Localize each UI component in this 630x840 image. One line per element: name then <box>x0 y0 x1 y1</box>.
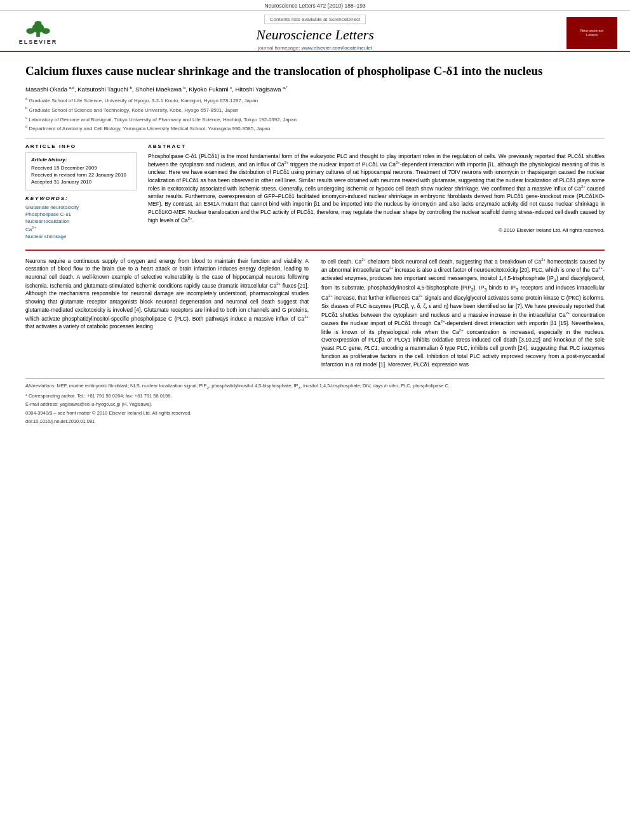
affiliation-c: c Laboratory of Genome and Biosignal, To… <box>25 115 605 124</box>
journal-citation-bar: Neuroscience Letters 472 (2010) 188–193 <box>0 0 630 11</box>
svg-point-3 <box>42 28 50 34</box>
copyright-notice: © 2010 Elsevier Ireland Ltd. All rights … <box>148 227 605 234</box>
authors-text: Masashi Okada a,d, Katsutoshi Taguchi b,… <box>25 86 287 93</box>
svg-point-4 <box>34 21 41 25</box>
info-abstract-section: ARTICLE INFO Article history: Received 1… <box>25 143 605 241</box>
homepage-link[interactable]: www.elsevier.com/locate/neulet <box>302 45 372 51</box>
footnote-area: Abbreviations: MEF, murine embryonic fib… <box>25 378 605 425</box>
accepted-date: Accepted 31 January 2010 <box>31 179 131 185</box>
abbreviations-footnote: Abbreviations: MEF, murine embryonic fib… <box>25 383 605 390</box>
svg-point-2 <box>26 28 34 34</box>
article-title: Calcium fluxes cause nuclear shrinkage a… <box>25 63 605 79</box>
article-info-box: Article history: Received 15 December 20… <box>25 152 137 190</box>
affiliation-d: d Department of Anatomy and Cell Biology… <box>25 124 605 133</box>
main-content: Calcium fluxes cause nuclear shrinkage a… <box>0 52 630 433</box>
keyword-2: Phospholipase C-δ1 <box>25 211 137 217</box>
keywords-box: Keywords: Glutamate neurotoxicity Phosph… <box>25 196 137 239</box>
journal-citation: Neuroscience Letters 472 (2010) 188–193 <box>264 3 365 9</box>
elsevier-logo: ELSEVIER <box>13 20 64 46</box>
body-left-col: Neurons require a continuous supply of o… <box>25 257 309 373</box>
divider-1 <box>25 138 605 138</box>
journal-title-area: Contents lists available at ScienceDirec… <box>64 15 566 51</box>
journal-top-bar: ELSEVIER Contents lists available at Sci… <box>0 11 630 52</box>
doi-footnote: doi:10.1016/j.neulet.2010.01.081 <box>25 418 605 425</box>
sciencedirect-bar: Contents lists available at ScienceDirec… <box>264 15 366 24</box>
keywords-label: Keywords: <box>25 196 137 201</box>
keyword-3: Nuclear localization <box>25 218 137 224</box>
authors: Masashi Okada a,d, Katsutoshi Taguchi b,… <box>25 86 605 93</box>
issn-footnote: 0304-3940/$ – see front matter © 2010 El… <box>25 410 605 417</box>
body-right-col: to cell death. Ca2+ chelators block neur… <box>321 257 605 373</box>
body-two-col: Neurons require a continuous supply of o… <box>25 257 605 373</box>
journal-main-title: Neuroscience Letters <box>64 27 566 43</box>
left-column: ARTICLE INFO Article history: Received 1… <box>25 143 137 241</box>
journal-homepage: journal homepage: www.elsevier.com/locat… <box>64 45 566 51</box>
email-footnote: E-mail address: yagisawa@sci.u-hyogo.ac.… <box>25 401 605 408</box>
article-info-label: ARTICLE INFO <box>25 143 137 149</box>
right-column: ABSTRACT Phospholipase C-δ1 (PLCδ1) is t… <box>148 143 605 241</box>
keyword-5: Nuclear shrinkage <box>25 234 137 239</box>
abstract-label: ABSTRACT <box>148 143 605 149</box>
abstract-text: Phospholipase C-δ1 (PLCδ1) is the most f… <box>148 152 605 234</box>
affiliations: a Graduate School of Life Science, Unive… <box>25 96 605 133</box>
elsevier-text: ELSEVIER <box>19 39 58 45</box>
affiliation-b: b Graduate School of Science and Technol… <box>25 105 605 114</box>
keyword-4: Ca2+ <box>25 225 137 232</box>
article-history-title: Article history: <box>31 157 131 163</box>
affiliation-a: a Graduate School of Life Science, Unive… <box>25 96 605 105</box>
corresponding-footnote: * Corresponding author. Tel.: +81 791 58… <box>25 393 605 400</box>
received-date: Received 15 December 2009 <box>31 165 131 171</box>
keyword-1: Glutamate neurotoxicity <box>25 204 137 210</box>
elsevier-tree-icon <box>22 20 54 38</box>
page-wrapper: Neuroscience Letters 472 (2010) 188–193 … <box>0 0 630 840</box>
neuroscience-letters-logo: NeuroscienceLetters <box>566 17 617 49</box>
revised-date: Received in revised form 22 January 2010 <box>31 172 131 178</box>
body-section: Neurons require a continuous supply of o… <box>25 250 605 425</box>
